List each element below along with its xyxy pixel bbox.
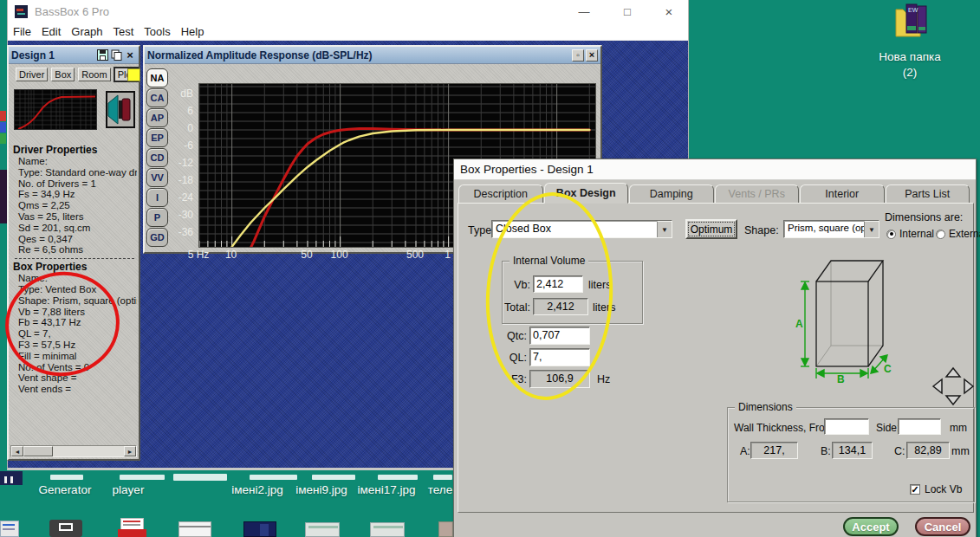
desktop-icon-pdf-document[interactable]	[118, 518, 146, 537]
cancel-button[interactable]: Cancel	[915, 517, 970, 536]
diagram-label-b: B	[837, 373, 845, 385]
design-tab[interactable]: Box	[51, 68, 75, 81]
folder-icon: EW	[889, 2, 932, 40]
property-line: Fill = minimal	[10, 351, 137, 362]
box-properties-dialog: Box Properties - Design 1 DescriptionBox…	[453, 159, 977, 537]
chevron-down-icon[interactable]: ▼	[657, 221, 672, 237]
dialog-titlebar[interactable]: Box Properties - Design 1	[454, 159, 976, 180]
optimum-button[interactable]: Optimum	[685, 219, 737, 239]
close-icon[interactable]: ×	[124, 49, 136, 61]
design-panel-titlebar[interactable]: Design 1 ×	[9, 47, 139, 64]
maximize-button[interactable]: □	[614, 3, 640, 19]
design-tab[interactable]: Room	[78, 68, 110, 81]
f3-field: 106,9	[529, 370, 590, 388]
dialog-tab[interactable]: Box Design	[544, 183, 629, 204]
scroll-right-icon[interactable]: ►	[124, 446, 136, 456]
dialog-tab[interactable]: Interior	[800, 184, 885, 204]
desktop-icon-image[interactable]	[243, 521, 276, 537]
property-line: No. of Drivers = 1	[10, 178, 137, 190]
radio-dot	[886, 230, 896, 239]
desktop-icon-window[interactable]	[178, 521, 211, 537]
property-line: Vent ends =	[10, 384, 137, 395]
dialog-tab[interactable]: Description	[458, 184, 543, 204]
wall-front-input[interactable]	[824, 418, 869, 435]
y-tick-label: -30	[164, 209, 193, 221]
copy-icon[interactable]	[110, 49, 122, 61]
internal-volume-title: Internal Volume	[509, 255, 588, 267]
clipped-desktop-icon-fragment	[0, 133, 6, 144]
menu-item[interactable]: Help	[181, 25, 204, 38]
dimension-c-field: 82,89	[906, 442, 950, 459]
shape-combobox[interactable]: Prism, square (opt.) ▼	[783, 220, 879, 238]
dialog-tab[interactable]: Damping	[629, 184, 714, 204]
dimensions-are-label: Dimensions are:	[885, 211, 963, 223]
desktop-icon-label[interactable]: Generator	[39, 483, 92, 496]
f3-label: F3:	[484, 373, 527, 385]
qtc-label: Qtc:	[484, 330, 527, 342]
speaker-icon[interactable]	[106, 91, 135, 128]
desktop-icon-document[interactable]	[0, 521, 19, 537]
dialog-tab[interactable]: Vents / PRs	[715, 184, 800, 204]
menu-item[interactable]: Edit	[42, 25, 61, 38]
vb-input[interactable]: 2,412	[533, 275, 583, 293]
clipped-label-fragment	[433, 475, 452, 480]
y-tick-label: 6	[164, 105, 193, 117]
close-icon[interactable]: ×	[586, 49, 598, 61]
desktop-icon-label[interactable]: імені2.jpg	[231, 483, 283, 496]
radio-external[interactable]: External	[936, 228, 980, 240]
graph-type-button[interactable]: NA	[146, 68, 168, 87]
property-line: Re = 6,5 ohms	[10, 244, 137, 256]
desktop-icon-label[interactable]: імені9.jpg	[295, 483, 347, 496]
scrollbar-thumb[interactable]	[23, 446, 53, 456]
dialog-title: Box Properties - Design 1	[460, 163, 594, 176]
mm-unit: mm	[950, 422, 967, 434]
property-line: Name:	[10, 156, 137, 167]
dialog-tabs: DescriptionBox DesignDampingVents / PRsI…	[458, 183, 970, 204]
property-line: Qes = 0,347	[10, 234, 137, 245]
desktop-folder-label-2[interactable]: (2)	[871, 66, 949, 79]
scroll-left-icon[interactable]: ◄	[11, 446, 23, 456]
ql-label: QL:	[484, 352, 527, 364]
save-icon[interactable]	[96, 49, 108, 61]
plot-color-swatch[interactable]	[127, 68, 140, 81]
restore-icon[interactable]: ▫	[572, 49, 584, 61]
menu-item[interactable]: Tools	[144, 25, 170, 38]
wall-side-input[interactable]	[898, 418, 941, 435]
radio-internal[interactable]: Internal	[886, 228, 934, 240]
desktop-folder-icon[interactable]: EW	[889, 2, 932, 40]
lock-vb-label: Lock Vb	[925, 483, 962, 495]
box-type-combobox[interactable]: Closed Box ▼	[491, 220, 672, 238]
ql-input[interactable]: 7,	[529, 348, 590, 366]
check-icon: ✓	[910, 484, 920, 495]
design-tab[interactable]: Driver	[16, 68, 48, 81]
menu-item[interactable]: File	[13, 25, 31, 38]
close-button[interactable]: ×	[656, 3, 682, 19]
a-label: A:	[740, 445, 750, 457]
menu-item[interactable]: Graph	[71, 25, 102, 38]
desktop-icon-label[interactable]: player	[113, 483, 145, 496]
menu-item[interactable]: Test	[114, 25, 134, 38]
clipped-desktop-icon-fragment	[0, 471, 23, 485]
desktop-icon-label[interactable]: теле	[428, 483, 452, 496]
horizontal-scrollbar[interactable]: ◄ ►	[10, 445, 137, 457]
dialog-tab[interactable]: Parts List	[886, 184, 970, 204]
property-line: QL = 7,	[10, 328, 137, 340]
qtc-input[interactable]: 0,707	[529, 327, 590, 345]
response-thumbnail[interactable]	[14, 89, 97, 130]
shape-label: Shape:	[744, 224, 779, 236]
lock-vb-checkbox[interactable]: ✓ Lock Vb	[910, 483, 962, 495]
accept-button[interactable]: Accept	[843, 517, 899, 536]
graph-titlebar[interactable]: Normalized Amplitude Response (dB-SPL/Hz…	[145, 47, 600, 64]
chevron-down-icon[interactable]: ▼	[864, 221, 879, 237]
box-shape-diagram: A B C	[783, 257, 905, 391]
desktop-folder-label[interactable]: Нова папка	[871, 50, 949, 63]
driver-properties-title: Driver Properties	[10, 144, 137, 156]
desktop-icon-calculator[interactable]	[49, 520, 82, 537]
desktop-icon-label[interactable]: імені17.jpg	[357, 483, 415, 496]
clipped-desktop-icon-fragment[interactable]	[438, 521, 453, 537]
driver-properties-block: Driver Properties Name:Type: Standard on…	[10, 144, 137, 395]
minimize-button[interactable]: —	[571, 3, 597, 19]
desktop-icon-image[interactable]	[370, 522, 405, 537]
desktop-icon-image[interactable]	[305, 522, 340, 537]
clipped-desktop-icon-fragment	[0, 170, 7, 223]
